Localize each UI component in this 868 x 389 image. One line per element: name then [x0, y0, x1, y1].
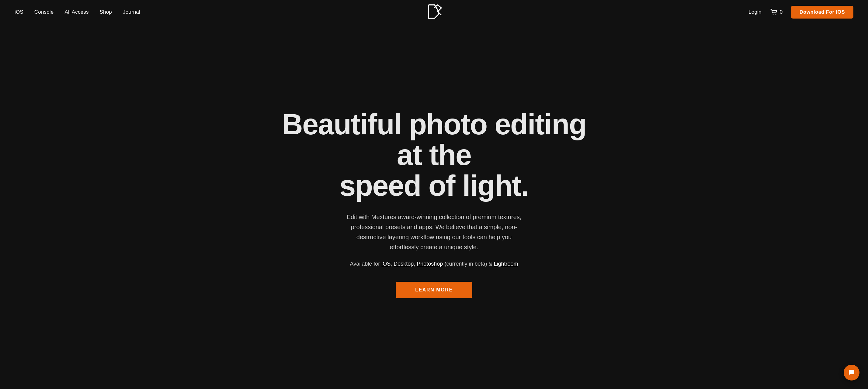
cart-count: 0: [780, 9, 782, 15]
cart-icon: [770, 9, 778, 15]
nav-right-links: Login: [748, 9, 761, 15]
learn-more-button[interactable]: LEARN MORE: [396, 282, 472, 298]
download-button[interactable]: Download For IOS: [791, 6, 854, 19]
available-ios-link[interactable]: iOS: [381, 261, 391, 267]
svg-point-0: [773, 14, 773, 15]
nav-link-journal[interactable]: Journal: [123, 9, 140, 15]
nav-login-link[interactable]: Login: [748, 9, 761, 15]
navbar: iOS Console All Access Shop Journal Logi…: [0, 0, 868, 24]
nav-link-allaccess[interactable]: All Access: [64, 9, 89, 15]
available-desktop-link[interactable]: Desktop: [394, 261, 414, 267]
nav-logo[interactable]: [425, 2, 443, 22]
svg-point-1: [775, 14, 776, 15]
chat-bubble-button[interactable]: [844, 365, 860, 381]
hero-title-line1: Beautiful photo editing at the: [282, 108, 586, 171]
nav-cart[interactable]: 0: [770, 9, 782, 15]
hero-available: Available for iOS, Desktop, Photoshop (c…: [350, 261, 518, 267]
available-photoshop-link[interactable]: Photoshop: [417, 261, 443, 267]
hero-title: Beautiful photo editing at the speed of …: [267, 109, 601, 201]
nav-link-shop[interactable]: Shop: [100, 9, 112, 15]
nav-link-console[interactable]: Console: [34, 9, 54, 15]
hero-section: Beautiful photo editing at the speed of …: [0, 24, 868, 389]
available-lightroom-link[interactable]: Lightroom: [494, 261, 518, 267]
available-beta-text: (currently in beta) &: [443, 261, 494, 267]
available-prefix: Available for: [350, 261, 381, 267]
hero-title-line2: speed of light.: [339, 169, 529, 202]
hero-subtitle: Edit with Mextures award-winning collect…: [346, 212, 522, 252]
nav-right: Login 0 Download For IOS: [748, 6, 854, 19]
nav-left: iOS Console All Access Shop Journal: [14, 9, 140, 15]
chat-icon: [848, 369, 855, 376]
nav-link-ios[interactable]: iOS: [14, 9, 23, 15]
